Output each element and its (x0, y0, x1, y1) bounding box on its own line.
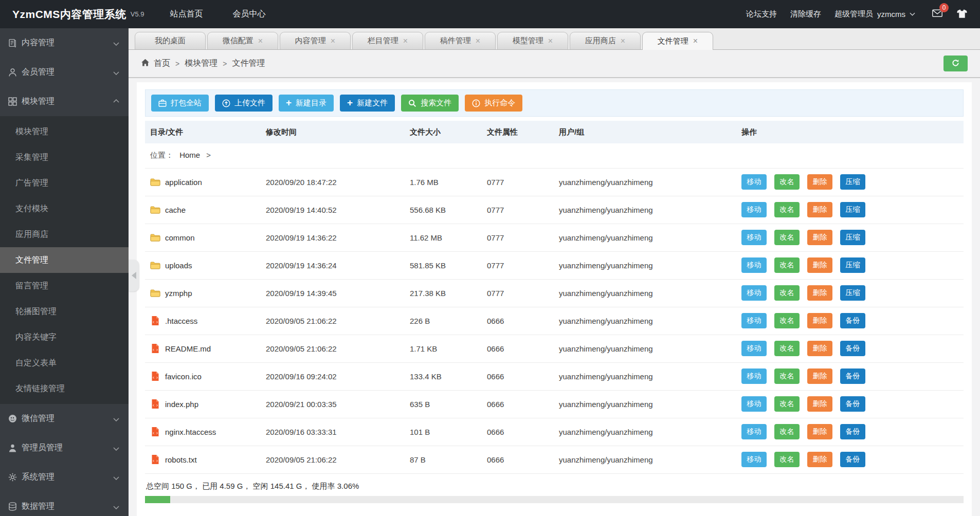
action-移动-button[interactable]: 移动 (741, 174, 767, 190)
folder-entry[interactable]: cache (150, 206, 256, 214)
pack-site-button[interactable]: 打包全站 (151, 95, 209, 112)
tab-category-manage[interactable]: 栏目管理× (352, 32, 423, 49)
action-改名-button[interactable]: 改名 (774, 424, 800, 439)
nav-site-home[interactable]: 站点首页 (170, 9, 203, 20)
sidebar-subitem-friendlink-manage[interactable]: 友情链接管理 (0, 376, 129, 401)
sidebar-subitem-app-store[interactable]: 应用商店 (0, 222, 129, 247)
action-移动-button[interactable]: 移动 (741, 424, 767, 439)
action-移动-button[interactable]: 移动 (741, 341, 767, 356)
sidebar-item-member[interactable]: 会员管理 (0, 58, 129, 87)
action-移动-button[interactable]: 移动 (741, 452, 767, 467)
action-压缩-button[interactable]: 压缩 (840, 257, 865, 273)
close-icon[interactable]: × (476, 37, 480, 45)
folder-entry[interactable]: yzmphp (150, 289, 256, 298)
action-改名-button[interactable]: 改名 (774, 202, 800, 217)
action-压缩-button[interactable]: 压缩 (840, 202, 865, 217)
close-icon[interactable]: × (693, 37, 698, 45)
sidebar-subitem-guestbook-manage[interactable]: 留言管理 (0, 273, 129, 299)
action-移动-button[interactable]: 移动 (741, 396, 767, 412)
file-entry[interactable]: favicon.ico (150, 371, 256, 381)
sidebar-item-module[interactable]: 模块管理 (0, 87, 129, 116)
action-改名-button[interactable]: 改名 (774, 368, 800, 384)
tab-model-manage[interactable]: 模型管理× (497, 32, 568, 49)
action-改名-button[interactable]: 改名 (774, 313, 800, 328)
action-删除-button[interactable]: 删除 (807, 452, 832, 467)
file-entry[interactable]: index.php (150, 399, 256, 409)
sidebar-subitem-custom-form[interactable]: 自定义表单 (0, 350, 129, 376)
action-删除-button[interactable]: 删除 (807, 285, 832, 301)
sidebar-subitem-content-keyword[interactable]: 内容关键字 (0, 324, 129, 350)
location-home-link[interactable]: Home (179, 151, 200, 159)
sidebar-item-data[interactable]: 数据管理 (0, 492, 129, 516)
action-移动-button[interactable]: 移动 (741, 368, 767, 384)
folder-entry[interactable]: common (150, 233, 256, 242)
exec-cmd-button[interactable]: 执行命令 (465, 95, 522, 112)
action-压缩-button[interactable]: 压缩 (840, 174, 865, 190)
action-备份-button[interactable]: 备份 (840, 313, 865, 328)
action-移动-button[interactable]: 移动 (741, 202, 767, 217)
folder-entry[interactable]: uploads (150, 261, 256, 270)
sidebar-item-wechat[interactable]: 微信管理 (0, 404, 129, 433)
action-删除-button[interactable]: 删除 (807, 424, 832, 439)
action-删除-button[interactable]: 删除 (807, 202, 832, 217)
action-改名-button[interactable]: 改名 (774, 452, 800, 467)
breadcrumb-module-manage[interactable]: 模块管理 (185, 58, 217, 69)
sidebar-collapse-handle[interactable] (129, 260, 139, 291)
action-压缩-button[interactable]: 压缩 (840, 285, 865, 301)
forum-support-link[interactable]: 论坛支持 (746, 9, 777, 19)
action-移动-button[interactable]: 移动 (741, 230, 767, 245)
action-备份-button[interactable]: 备份 (840, 452, 865, 467)
messages-button[interactable]: 0 (932, 9, 943, 20)
action-改名-button[interactable]: 改名 (774, 285, 800, 301)
action-移动-button[interactable]: 移动 (741, 257, 767, 273)
sidebar-subitem-ad-manage[interactable]: 广告管理 (0, 170, 129, 196)
user-dropdown[interactable]: 超级管理员 yzmcms (834, 9, 915, 19)
search-file-button[interactable]: 搜索文件 (401, 95, 459, 112)
refresh-button[interactable] (943, 56, 968, 71)
action-删除-button[interactable]: 删除 (807, 341, 832, 356)
file-entry[interactable]: robots.txt (150, 454, 256, 465)
close-icon[interactable]: × (548, 37, 553, 45)
file-entry[interactable]: nginx.htaccess (150, 427, 256, 437)
action-改名-button[interactable]: 改名 (774, 341, 800, 356)
tab-content-manage[interactable]: 内容管理× (280, 32, 351, 49)
action-删除-button[interactable]: 删除 (807, 368, 832, 384)
upload-file-button[interactable]: 上传文件 (215, 95, 273, 112)
close-icon[interactable]: × (331, 37, 335, 45)
action-改名-button[interactable]: 改名 (774, 174, 800, 190)
action-备份-button[interactable]: 备份 (840, 368, 865, 384)
action-改名-button[interactable]: 改名 (774, 257, 800, 273)
action-删除-button[interactable]: 删除 (807, 174, 832, 190)
close-icon[interactable]: × (621, 37, 625, 45)
tab-file-manage[interactable]: 文件管理× (642, 32, 713, 50)
action-删除-button[interactable]: 删除 (807, 257, 832, 273)
action-备份-button[interactable]: 备份 (840, 396, 865, 412)
tab-app-store[interactable]: 应用商店× (570, 32, 641, 49)
close-icon[interactable]: × (403, 37, 408, 45)
tab-wechat-config[interactable]: 微信配置× (207, 32, 278, 49)
sidebar-item-system[interactable]: 系统管理 (0, 463, 129, 492)
sidebar-subitem-collect-manage[interactable]: 采集管理 (0, 144, 129, 170)
sidebar-item-content[interactable]: 内容管理 (0, 28, 129, 58)
theme-tshirt-icon[interactable] (956, 9, 968, 20)
file-entry[interactable]: README.md (150, 343, 256, 354)
clear-cache-link[interactable]: 清除缓存 (790, 9, 821, 19)
action-移动-button[interactable]: 移动 (741, 313, 767, 328)
action-删除-button[interactable]: 删除 (807, 313, 832, 328)
close-icon[interactable]: × (258, 37, 263, 45)
sidebar-subitem-carousel-manage[interactable]: 轮播图管理 (0, 299, 129, 324)
sidebar-subitem-pay-module[interactable]: 支付模块 (0, 196, 129, 222)
file-entry[interactable]: .htaccess (150, 316, 256, 326)
action-改名-button[interactable]: 改名 (774, 396, 800, 412)
breadcrumb-home[interactable]: 首页 (154, 58, 170, 69)
action-压缩-button[interactable]: 压缩 (840, 230, 865, 245)
tab-article-manage[interactable]: 稿件管理× (425, 32, 496, 49)
nav-member-center[interactable]: 会员中心 (233, 9, 266, 20)
action-删除-button[interactable]: 删除 (807, 396, 832, 412)
folder-entry[interactable]: application (150, 178, 256, 187)
tab-desktop[interactable]: 我的桌面 (135, 32, 206, 49)
sidebar-subitem-file-manage[interactable]: 文件管理 (0, 247, 129, 273)
new-file-button[interactable]: +新建文件 (340, 95, 395, 112)
action-删除-button[interactable]: 删除 (807, 230, 832, 245)
new-dir-button[interactable]: +新建目录 (279, 95, 334, 112)
